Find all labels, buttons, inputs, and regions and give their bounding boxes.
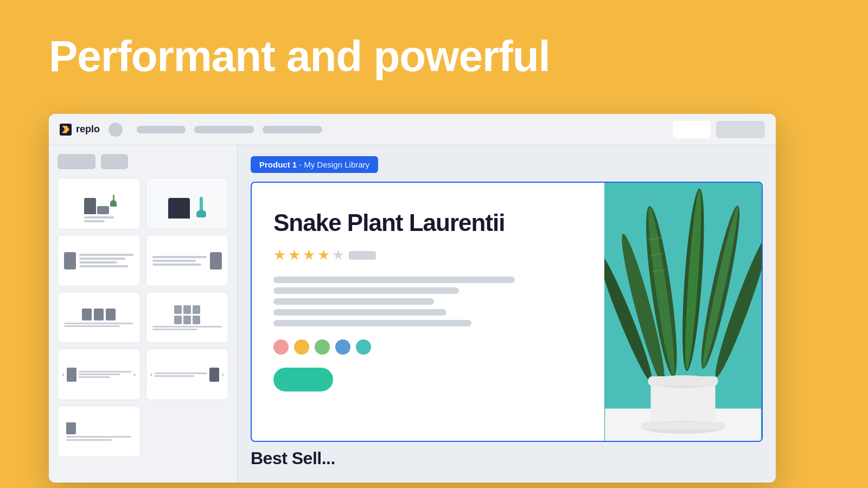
color-dot-yellow[interactable]: [294, 339, 309, 355]
add-to-cart-button[interactable]: [273, 368, 333, 391]
grid-lines: [64, 323, 133, 327]
sidebar-btn-2[interactable]: [101, 154, 128, 169]
star-2: ★: [288, 247, 301, 264]
color-dot-blue[interactable]: [335, 339, 350, 355]
arrow-right: ›: [133, 371, 136, 378]
browser-window: replo: [49, 114, 776, 483]
chair-mini: [183, 305, 191, 314]
chair-mini: [94, 309, 104, 320]
chair-single: [66, 422, 76, 434]
arrow-right-2: ›: [221, 371, 224, 378]
bottom-section-title: Best Sell...: [251, 448, 763, 468]
sidebar-top-buttons: [58, 154, 228, 169]
thumbnail-2[interactable]: [146, 178, 229, 229]
thumbnail-5[interactable]: [58, 292, 141, 343]
product-badge-library: My Design Library: [304, 160, 369, 169]
replo-icon: [60, 124, 72, 136]
chair-mini: [106, 309, 116, 320]
line: [66, 439, 112, 441]
description-lines: [273, 277, 583, 326]
nav-pill-1: [137, 126, 186, 133]
plant-shape: [110, 195, 117, 207]
arrow-left: ‹: [62, 371, 65, 378]
page-wrapper: Performant and powerful replo: [0, 0, 868, 488]
desc-line-1: [273, 277, 515, 283]
line: [79, 371, 131, 373]
vase-area: [196, 197, 206, 219]
carousel-text: [79, 371, 131, 378]
line: [79, 265, 128, 267]
chair-icon-right: [210, 252, 222, 269]
thumbnail-9[interactable]: [58, 406, 141, 457]
line: [155, 375, 194, 377]
grid-lines-2: [152, 326, 222, 330]
line: [152, 264, 201, 266]
line: [84, 216, 114, 219]
line: [64, 325, 119, 327]
thumbnail-1[interactable]: [58, 178, 141, 229]
desc-line-2: [273, 287, 459, 294]
browser-content: ‹ › ‹: [49, 145, 776, 483]
thumb-2-inner: [155, 185, 220, 223]
plant-crown: [110, 200, 117, 207]
line: [84, 220, 105, 222]
line: [79, 258, 125, 260]
line: [64, 323, 133, 324]
chairs-row-bottom: [152, 316, 222, 324]
nav-pill-3: [263, 126, 322, 133]
thumbnail-7[interactable]: ‹ ›: [58, 349, 141, 400]
product-name: Snake Plant Laurentii: [273, 210, 583, 236]
line: [152, 260, 196, 262]
thumbnail-4[interactable]: [146, 235, 229, 286]
star-5-empty: ★: [332, 247, 344, 264]
sidebar: ‹ › ‹: [49, 145, 238, 483]
svg-rect-18: [641, 422, 725, 429]
thumb-1-inner: [66, 185, 131, 223]
browser-btn-1[interactable]: [673, 121, 711, 138]
text-lines: [79, 254, 133, 267]
product-badge[interactable]: Product 1 - My Design Library: [251, 156, 378, 173]
chairs-row-top: [152, 305, 222, 314]
dark-chair: [168, 198, 190, 219]
product-badge-separator: -: [299, 160, 302, 169]
arrow-left-2: ‹: [150, 371, 152, 378]
vase-crown: [196, 210, 206, 217]
star-4: ★: [317, 247, 330, 264]
line: [79, 261, 117, 264]
browser-topbar: replo: [49, 114, 776, 145]
chair-mini: [174, 305, 182, 314]
thumbnail-6[interactable]: [146, 292, 229, 343]
line: [152, 326, 222, 328]
line: [155, 373, 207, 374]
carousel-text-2: [155, 373, 207, 377]
thumb-3-content: [64, 252, 133, 269]
thumb-1-content: [80, 185, 118, 215]
plant-image-container: [604, 183, 762, 441]
color-dot-green[interactable]: [315, 339, 330, 355]
color-swatches: [273, 339, 583, 355]
thumbnail-3[interactable]: [58, 235, 141, 286]
thumb-1-lines: [84, 216, 114, 222]
sidebar-btn-1[interactable]: [58, 154, 95, 169]
desc-line-3: [273, 298, 434, 305]
thumb-5-content: [64, 309, 133, 327]
color-dot-teal[interactable]: [356, 339, 371, 355]
chair-mini: [82, 309, 92, 320]
rating-bar: [349, 251, 376, 260]
chairs-row-1: [64, 309, 133, 320]
product-image: [604, 183, 762, 441]
line: [152, 329, 197, 330]
thumb-8-content: ‹ ›: [150, 368, 224, 382]
thumbnail-8[interactable]: ‹ ›: [146, 349, 229, 400]
table-shape: [97, 206, 109, 214]
text-lines-left: [152, 256, 207, 266]
nav-pill-2: [194, 126, 254, 133]
thumb-6-content: [152, 305, 222, 330]
line: [79, 374, 121, 375]
star-1: ★: [273, 247, 286, 264]
product-info: Snake Plant Laurentii ★ ★ ★ ★ ★: [252, 183, 604, 441]
thumb-2-content: [168, 189, 206, 219]
color-dot-pink[interactable]: [273, 339, 289, 355]
line: [152, 256, 207, 258]
browser-btn-2[interactable]: [716, 121, 765, 138]
